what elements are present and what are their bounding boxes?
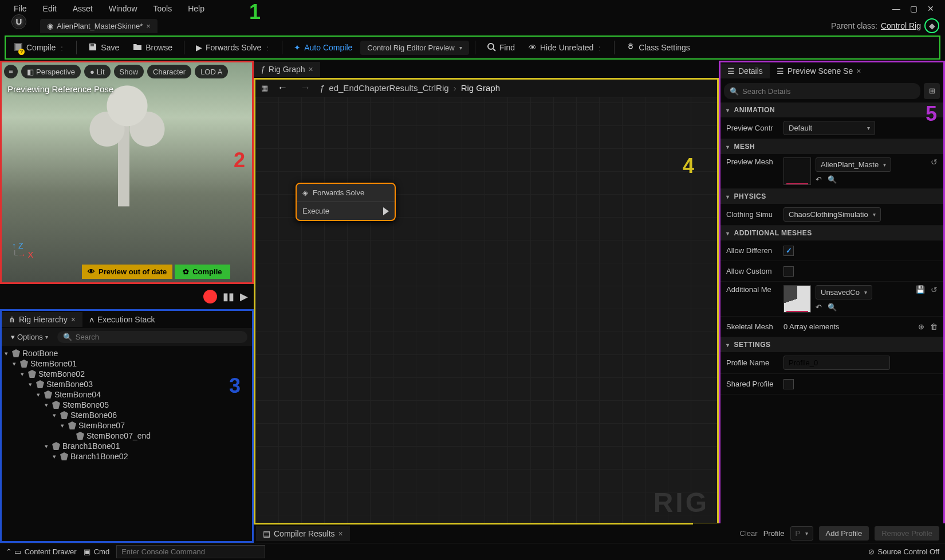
viewport-menu-button[interactable]: ≡ <box>4 65 18 78</box>
preview-controller-dropdown[interactable]: Default▾ <box>783 121 875 135</box>
tree-item[interactable]: Branch1Bone01 <box>62 441 120 451</box>
browse-icon[interactable]: 🔍 <box>828 303 837 311</box>
add-profile-button[interactable]: Add Profile <box>819 526 869 541</box>
viewport-3d[interactable] <box>2 62 252 282</box>
preview-mesh-thumbnail[interactable] <box>783 157 811 185</box>
chevron-down-icon[interactable]: ⋮ <box>597 45 603 51</box>
console-input[interactable] <box>116 545 265 558</box>
use-selected-icon[interactable]: ↶ <box>816 303 822 311</box>
tree-item[interactable]: StemBone04 <box>54 390 101 399</box>
tab-compiler-results[interactable]: ▤ Compiler Results × <box>256 526 350 541</box>
category-settings[interactable]: ▾SETTINGS <box>720 337 943 352</box>
menu-asset[interactable]: Asset <box>65 1 101 17</box>
panel-icon[interactable]: ▦ <box>261 84 268 92</box>
parent-class-link[interactable]: Control Rig <box>881 21 921 30</box>
tree-item[interactable]: StemBone07 <box>78 421 125 430</box>
details-grid-button[interactable]: ⊞ <box>924 83 940 99</box>
close-icon[interactable]: × <box>338 529 343 538</box>
exec-out-pin[interactable] <box>383 207 389 215</box>
menu-edit[interactable]: Edit <box>35 1 65 17</box>
auto-compile-button[interactable]: ✦ Auto Compile <box>288 40 358 56</box>
tree-item[interactable]: StemBone03 <box>46 380 93 389</box>
profile-name-input[interactable] <box>783 356 890 370</box>
graph-node-forwards-solve[interactable]: ◈ Forwards Solve Execute <box>296 183 396 221</box>
hierarchy-search-input[interactable] <box>76 333 242 341</box>
bone-tree[interactable]: ▾RootBone ▾StemBone01 ▾StemBone02 ▾StemB… <box>2 346 252 541</box>
menu-tools[interactable]: Tools <box>145 1 180 17</box>
window-close-button[interactable]: ✕ <box>922 4 939 13</box>
graph-canvas[interactable]: ▦ ← → ƒ ed_EndChapterResults_CtrlRig › R… <box>254 78 719 524</box>
category-physics[interactable]: ▾PHYSICS <box>720 189 943 204</box>
viewport-show-button[interactable]: Show <box>114 65 144 78</box>
window-restore-button[interactable]: ▢ <box>905 4 922 13</box>
shared-profile-checkbox[interactable] <box>783 379 794 389</box>
preview-mode-dropdown[interactable]: Control Rig Editor Preview ▾ <box>360 41 468 55</box>
tab-rig-hierarchy[interactable]: ⋔ Rig Hierarchy × <box>2 312 82 327</box>
tree-item[interactable]: RootBone <box>22 349 58 358</box>
menu-help[interactable]: Help <box>180 1 212 17</box>
save-icon[interactable]: 💾 <box>916 285 925 294</box>
nav-forward-button[interactable]: → <box>297 81 314 95</box>
tab-execution-stack[interactable]: ᴧ Execution Stack <box>82 312 162 327</box>
clear-array-icon[interactable]: 🗑 <box>930 322 938 331</box>
tree-item[interactable]: StemBone01 <box>30 359 77 368</box>
viewport-character-button[interactable]: Character <box>147 65 191 78</box>
source-control-button[interactable]: ⊘ Source Control Off <box>868 547 939 556</box>
tab-preview-scene[interactable]: ☰ Preview Scene Se × <box>770 64 868 78</box>
close-icon[interactable]: × <box>71 315 76 324</box>
viewport-lod-button[interactable]: LOD A <box>195 65 228 78</box>
menu-window[interactable]: Window <box>101 1 145 17</box>
use-selected-icon[interactable]: ↶ <box>816 175 822 184</box>
pause-button[interactable]: ▮▮ <box>223 290 234 303</box>
breadcrumb-item[interactable]: Rig Graph <box>461 83 500 93</box>
tree-item[interactable]: StemBone07_end <box>86 431 151 440</box>
viewport-perspective-button[interactable]: ◧ Perspective <box>21 65 81 78</box>
chevron-down-icon[interactable]: ⋮ <box>265 45 270 51</box>
allow-different-checkbox[interactable] <box>783 246 794 256</box>
reset-icon[interactable]: ↺ <box>931 285 938 294</box>
tab-details[interactable]: ☰ Details <box>720 64 770 78</box>
details-search[interactable]: 🔍 <box>724 83 920 99</box>
clothing-sim-dropdown[interactable]: ChaosClothingSimulatio▾ <box>783 207 881 222</box>
tab-rig-graph[interactable]: ƒ Rig Graph × <box>254 62 320 77</box>
additional-mesh-dropdown[interactable]: UnsavedCo▾ <box>816 285 872 299</box>
class-settings-button[interactable]: Class Settings <box>620 39 695 57</box>
remove-profile-button[interactable]: Remove Profile <box>875 526 939 541</box>
document-tab[interactable]: ◉ AlienPlant_MasterSkinne* × <box>40 19 158 33</box>
close-icon[interactable]: × <box>146 22 151 30</box>
hide-unrelated-button[interactable]: 👁 Hide Unrelated ⋮ <box>523 40 608 56</box>
hierarchy-search[interactable]: 🔍 <box>57 331 247 343</box>
additional-mesh-thumbnail[interactable] <box>783 285 811 313</box>
find-button[interactable]: Find <box>481 39 521 57</box>
viewport-lit-button[interactable]: ● Lit <box>84 65 111 78</box>
nav-back-button[interactable]: ← <box>274 81 291 95</box>
tree-item[interactable]: StemBone06 <box>70 411 117 420</box>
content-drawer-button[interactable]: ⌃ ▭ Content Drawer <box>6 547 77 556</box>
tree-item[interactable]: Branch1Bone02 <box>70 452 128 461</box>
class-badge-icon[interactable]: ◆ <box>924 18 939 33</box>
close-icon[interactable]: × <box>309 65 313 74</box>
viewport-compile-button[interactable]: ✿ Compile <box>175 265 230 279</box>
allow-custom-checkbox[interactable] <box>783 266 794 277</box>
save-button[interactable]: Save <box>82 39 125 57</box>
step-button[interactable]: ▶ <box>240 290 248 303</box>
tree-item[interactable]: StemBone02 <box>38 369 85 378</box>
cmd-button[interactable]: ▣ Cmd <box>84 547 109 556</box>
forwards-solve-button[interactable]: ▶ Forwards Solve ⋮ <box>190 40 276 56</box>
browse-icon[interactable]: 🔍 <box>828 175 837 184</box>
clear-button[interactable]: Clear <box>740 529 758 538</box>
reset-icon[interactable]: ↺ <box>931 157 938 167</box>
tree-item[interactable]: StemBone05 <box>62 400 109 409</box>
category-additional-meshes[interactable]: ▾ADDITIONAL MESHES <box>720 226 943 240</box>
details-search-input[interactable] <box>742 87 915 96</box>
category-mesh[interactable]: ▾MESH <box>720 139 943 154</box>
record-button[interactable] <box>203 290 217 303</box>
breadcrumb-item[interactable]: ed_EndChapterResults_CtrlRig <box>329 83 448 93</box>
chevron-down-icon[interactable]: ⋮ <box>59 45 65 51</box>
window-minimize-button[interactable]: — <box>888 4 905 13</box>
profile-select-dropdown[interactable]: P▾ <box>790 526 813 541</box>
browse-button[interactable]: Browse <box>127 39 178 57</box>
close-icon[interactable]: × <box>856 66 861 76</box>
compile-button[interactable]: ? Compile ⋮ <box>8 39 70 57</box>
preview-mesh-dropdown[interactable]: AlienPlant_Maste▾ <box>816 157 891 172</box>
